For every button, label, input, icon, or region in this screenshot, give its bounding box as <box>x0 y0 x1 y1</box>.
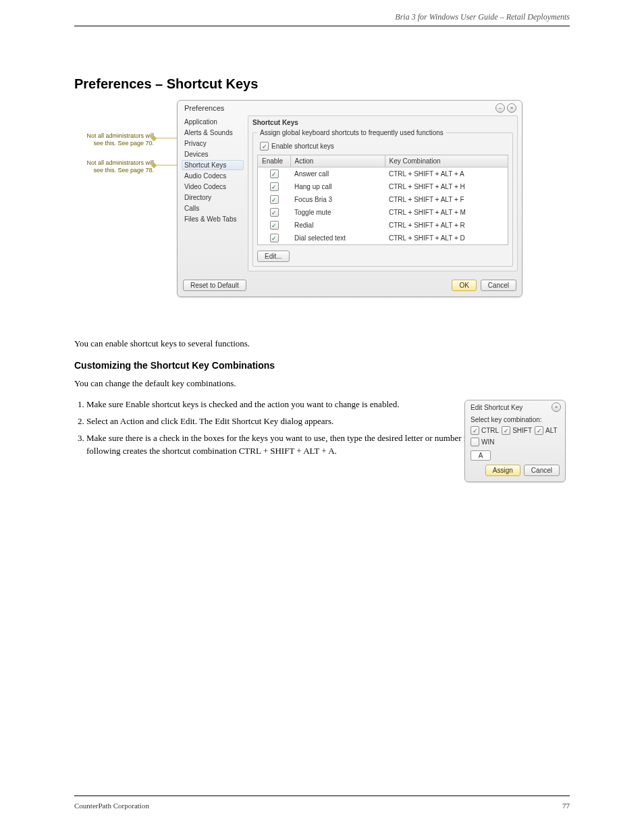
row-action: Hang up call <box>290 180 385 193</box>
table-row[interactable]: Toggle mute CTRL + SHIFT + ALT + M <box>258 206 508 219</box>
paragraph: You can change the default key combinati… <box>74 377 570 390</box>
close-icon[interactable]: × <box>507 103 516 113</box>
row-key: CTRL + SHIFT + ALT + R <box>385 219 508 232</box>
shortcut-keys-panel: Shortcut Keys Assign global keyboard sho… <box>248 115 518 271</box>
mini-titlebar[interactable]: Edit Shortcut Key × <box>465 400 565 413</box>
sidebar-item-privacy[interactable]: Privacy <box>182 138 244 149</box>
header-right: Bria 3 for Windows User Guide – Retail D… <box>395 12 570 22</box>
paragraph: You can enable shortcut keys to several … <box>74 338 570 350</box>
table-row[interactable]: Focus Bria 3 CTRL + SHIFT + ALT + F <box>258 193 508 206</box>
col-key[interactable]: Key Combination <box>385 155 508 167</box>
row-key: CTRL + SHIFT + ALT + M <box>385 206 508 219</box>
checkbox-icon <box>471 438 479 446</box>
table-row[interactable]: Answer call CTRL + SHIFT + ALT + A <box>258 167 508 181</box>
minimize-icon[interactable]: – <box>495 103 505 113</box>
section-heading: Preferences – Shortcut Keys <box>74 76 258 92</box>
enable-shortcut-keys-checkbox[interactable]: Enable shortcut keys <box>260 142 334 151</box>
footer-left: CounterPath Corporation <box>74 802 149 810</box>
dialog-titlebar[interactable]: Preferences – × <box>178 101 522 114</box>
table-row[interactable]: Redial CTRL + SHIFT + ALT + R <box>258 219 508 232</box>
col-enable[interactable]: Enable <box>258 155 291 167</box>
row-checkbox-icon[interactable] <box>270 221 279 230</box>
modifier-label: WIN <box>481 438 494 446</box>
row-checkbox-icon[interactable] <box>270 182 279 191</box>
row-checkbox-icon[interactable] <box>270 170 279 178</box>
checkbox-icon <box>260 142 269 151</box>
page-number: 77 <box>562 802 570 810</box>
edit-shortcut-dialog: Edit Shortcut Key × Select key combinati… <box>464 400 566 482</box>
preferences-sidebar: Application Alerts & Sounds Privacy Devi… <box>182 115 244 271</box>
enable-shortcut-keys-label: Enable shortcut keys <box>271 142 334 150</box>
col-action[interactable]: Action <box>290 155 385 167</box>
mini-cancel-button[interactable]: Cancel <box>524 465 560 476</box>
modifier-label: SHIFT <box>512 427 532 434</box>
modifier-label: ALT <box>545 427 558 434</box>
row-key: CTRL + SHIFT + ALT + D <box>385 232 508 245</box>
checkbox-icon <box>535 426 543 435</box>
sidebar-item-calls[interactable]: Calls <box>182 203 244 213</box>
sidebar-item-shortcut-keys[interactable]: Shortcut Keys <box>182 160 244 170</box>
checkbox-icon <box>471 426 479 435</box>
sidebar-item-audio-codecs[interactable]: Audio Codecs <box>182 171 244 181</box>
table-row[interactable]: Dial selected text CTRL + SHIFT + ALT + … <box>258 232 508 245</box>
mini-title: Edit Shortcut Key <box>471 404 522 411</box>
row-action: Answer call <box>290 167 385 181</box>
sidebar-item-files-web-tabs[interactable]: Files & Web Tabs <box>182 214 244 224</box>
dialog-title: Preferences <box>184 104 224 112</box>
cancel-button[interactable]: Cancel <box>481 280 516 291</box>
modifier-label: CTRL <box>481 427 499 434</box>
reset-to-default-button[interactable]: Reset to Default <box>183 280 246 291</box>
subheading-customizing: Customizing the Shortcut Key Combination… <box>74 359 570 372</box>
sidebar-item-directory[interactable]: Directory <box>182 192 244 203</box>
row-checkbox-icon[interactable] <box>270 234 279 242</box>
callout-text-2: Not all administrators will see this. Se… <box>80 159 154 175</box>
modifier-win[interactable]: WIN <box>471 438 494 446</box>
mini-prompt: Select key combination: <box>471 416 560 423</box>
row-checkbox-icon[interactable] <box>270 208 279 217</box>
checkbox-icon <box>502 426 510 435</box>
modifier-shift[interactable]: SHIFT <box>502 426 532 435</box>
callout-text-1: Not all administrators will see this. Se… <box>80 132 154 148</box>
row-key: CTRL + SHIFT + ALT + H <box>385 180 508 193</box>
row-action: Dial selected text <box>290 232 385 245</box>
row-key: CTRL + SHIFT + ALT + F <box>385 193 508 206</box>
row-action: Redial <box>290 219 385 232</box>
shortcut-group: Assign global keyboard shortcuts to freq… <box>252 129 513 267</box>
close-icon[interactable]: × <box>552 402 561 412</box>
key-input[interactable]: A <box>471 450 491 461</box>
modifier-alt[interactable]: ALT <box>535 426 558 435</box>
preferences-dialog: Preferences – × Application Alerts & Sou… <box>177 100 522 297</box>
edit-button[interactable]: Edit... <box>257 251 290 262</box>
sidebar-item-devices[interactable]: Devices <box>182 149 244 159</box>
header-rule <box>74 26 570 26</box>
footer-rule <box>74 796 570 796</box>
group-legend: Assign global keyboard shortcuts to freq… <box>257 129 446 136</box>
sidebar-item-video-codecs[interactable]: Video Codecs <box>182 182 244 192</box>
row-key: CTRL + SHIFT + ALT + A <box>385 167 508 181</box>
sidebar-item-alerts-sounds[interactable]: Alerts & Sounds <box>182 128 244 138</box>
ok-button[interactable]: OK <box>452 280 476 291</box>
row-action: Toggle mute <box>290 206 385 219</box>
panel-title: Shortcut Keys <box>252 119 513 126</box>
modifier-ctrl[interactable]: CTRL <box>471 426 499 435</box>
shortcut-table: Enable Action Key Combination Answer cal… <box>257 155 508 245</box>
row-checkbox-icon[interactable] <box>270 195 279 204</box>
row-action: Focus Bria 3 <box>290 193 385 206</box>
assign-button[interactable]: Assign <box>485 465 520 476</box>
sidebar-item-application[interactable]: Application <box>182 117 244 127</box>
table-row[interactable]: Hang up call CTRL + SHIFT + ALT + H <box>258 180 508 193</box>
